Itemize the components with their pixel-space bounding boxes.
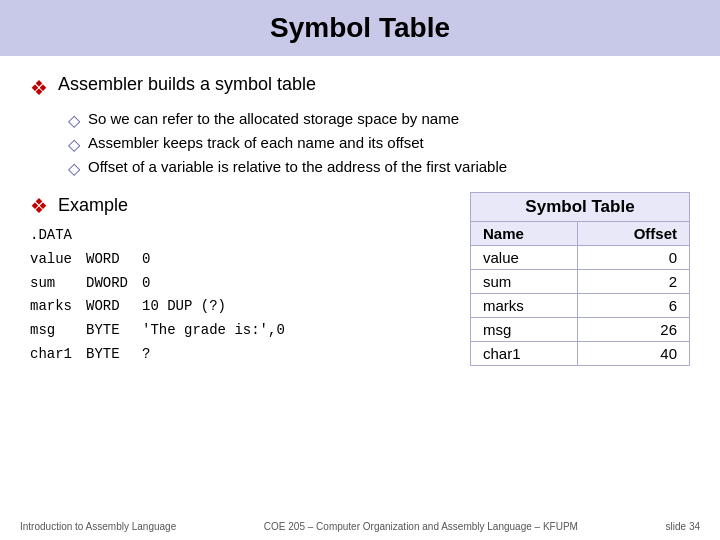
code-type-0: WORD xyxy=(86,248,134,272)
symbol-table: Name Offset value0sum2marks6msg26char140 xyxy=(470,221,690,366)
code-value-0: 0 xyxy=(142,248,440,272)
sub-bullet-3: ◇ Offset of a variable is relative to th… xyxy=(68,158,690,178)
footer: Introduction to Assembly Language COE 20… xyxy=(0,521,720,532)
table-row: marks6 xyxy=(471,294,690,318)
sub-bullet-text-2: Assembler keeps track of each name and i… xyxy=(88,134,424,151)
code-row-2: marks WORD 10 DUP (?) xyxy=(30,295,440,319)
cell-name: value xyxy=(471,246,578,270)
footer-center: COE 205 – Computer Organization and Asse… xyxy=(264,521,578,532)
main-bullet-text: Assembler builds a symbol table xyxy=(58,74,316,95)
cell-offset: 2 xyxy=(578,270,690,294)
sub-bullet-text-1: So we can refer to the allocated storage… xyxy=(88,110,459,127)
cell-name: char1 xyxy=(471,342,578,366)
sub-bullet-1: ◇ So we can refer to the allocated stora… xyxy=(68,110,690,130)
diamond-sub-icon-2: ◇ xyxy=(68,135,80,154)
code-row-4: char1 BYTE ? xyxy=(30,343,440,367)
footer-right: slide 34 xyxy=(666,521,700,532)
table-row: msg26 xyxy=(471,318,690,342)
code-type-2: WORD xyxy=(86,295,134,319)
example-section: ❖ Example .DATA value WORD 0 sum DWORD xyxy=(30,192,690,367)
diamond-main-icon: ❖ xyxy=(30,76,48,100)
table-row: char140 xyxy=(471,342,690,366)
cell-offset: 26 xyxy=(578,318,690,342)
code-header: .DATA xyxy=(30,224,78,248)
code-header-row: .DATA xyxy=(30,224,440,248)
code-value-2: 10 DUP (?) xyxy=(142,295,440,319)
symbol-table-container: Symbol Table Name Offset value0sum2marks… xyxy=(470,192,690,366)
content-area: ❖ Assembler builds a symbol table ◇ So w… xyxy=(0,74,720,367)
code-label-2: marks xyxy=(30,295,78,319)
diamond-sub-icon-3: ◇ xyxy=(68,159,80,178)
symbol-table-body: value0sum2marks6msg26char140 xyxy=(471,246,690,366)
code-value-1: 0 xyxy=(142,272,440,296)
sub-bullet-2: ◇ Assembler keeps track of each name and… xyxy=(68,134,690,154)
diamond-sub-icon-1: ◇ xyxy=(68,111,80,130)
cell-offset: 0 xyxy=(578,246,690,270)
col-header-offset: Offset xyxy=(578,222,690,246)
cell-name: sum xyxy=(471,270,578,294)
title-bar: Symbol Table xyxy=(0,0,720,56)
cell-offset: 40 xyxy=(578,342,690,366)
cell-name: msg xyxy=(471,318,578,342)
code-type-3: BYTE xyxy=(86,319,134,343)
example-title-row: ❖ Example xyxy=(30,192,440,218)
cell-offset: 6 xyxy=(578,294,690,318)
col-header-name: Name xyxy=(471,222,578,246)
sub-bullet-text-3: Offset of a variable is relative to the … xyxy=(88,158,507,175)
code-label-3: msg xyxy=(30,319,78,343)
code-label-4: char1 xyxy=(30,343,78,367)
footer-left: Introduction to Assembly Language xyxy=(20,521,176,532)
code-label-0: value xyxy=(30,248,78,272)
cell-name: marks xyxy=(471,294,578,318)
diamond-example-icon: ❖ xyxy=(30,194,48,218)
example-left: ❖ Example .DATA value WORD 0 sum DWORD xyxy=(30,192,440,367)
symbol-table-title: Symbol Table xyxy=(470,192,690,221)
slide: Symbol Table ❖ Assembler builds a symbol… xyxy=(0,0,720,540)
main-bullet: ❖ Assembler builds a symbol table xyxy=(30,74,690,100)
code-value-4: ? xyxy=(142,343,440,367)
table-row: sum2 xyxy=(471,270,690,294)
table-row: value0 xyxy=(471,246,690,270)
code-type-4: BYTE xyxy=(86,343,134,367)
example-label: Example xyxy=(58,195,128,216)
code-label-1: sum xyxy=(30,272,78,296)
table-header-row: Name Offset xyxy=(471,222,690,246)
code-type-1: DWORD xyxy=(86,272,134,296)
slide-title: Symbol Table xyxy=(270,12,450,43)
code-row-1: sum DWORD 0 xyxy=(30,272,440,296)
code-block: .DATA value WORD 0 sum DWORD 0 marks W xyxy=(30,224,440,367)
code-row-3: msg BYTE 'The grade is:',0 xyxy=(30,319,440,343)
code-value-3: 'The grade is:',0 xyxy=(142,319,440,343)
code-row-0: value WORD 0 xyxy=(30,248,440,272)
